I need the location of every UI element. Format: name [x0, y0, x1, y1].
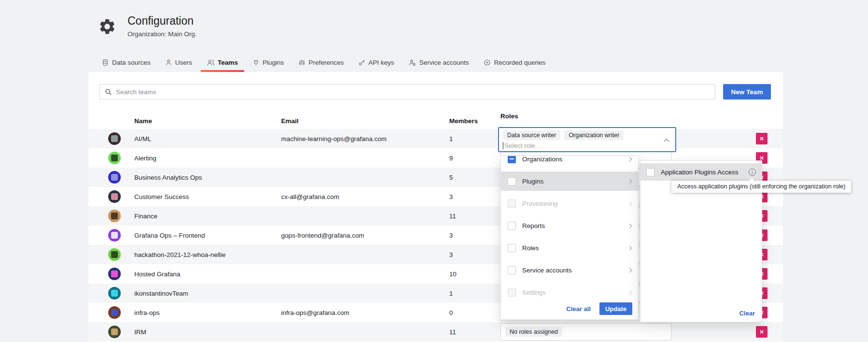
checkbox-icon[interactable]	[508, 156, 516, 163]
chevron-up-icon[interactable]	[664, 139, 669, 144]
role-search-placeholder[interactable]: Select role	[504, 142, 535, 149]
clear-link[interactable]: Clear	[739, 310, 755, 317]
search-input[interactable]	[116, 88, 710, 96]
chevron-right-icon	[627, 157, 632, 161]
new-team-button[interactable]: New Team	[723, 84, 771, 100]
update-button[interactable]: Update	[599, 302, 632, 315]
team-name[interactable]: infra-ops	[134, 309, 281, 316]
team-members-count: 5	[449, 174, 500, 181]
role-submenu-item[interactable]: Application Plugins Access i	[640, 163, 762, 181]
role-label: Application Plugins Access	[661, 169, 739, 176]
tab-api-keys[interactable]: API keys	[351, 54, 401, 71]
clear-all-link[interactable]: Clear all	[566, 305, 591, 313]
role-tag[interactable]: Data source writer	[503, 130, 560, 140]
team-email: infra-ops@grafana.com	[281, 309, 449, 316]
column-roles: Roles	[500, 113, 783, 129]
tab-recorded-queries[interactable]: Recorded queries	[476, 54, 553, 71]
team-avatar	[108, 248, 121, 261]
team-members-count: 1	[449, 135, 500, 142]
tab-preferences[interactable]: Preferences	[291, 54, 351, 71]
table-row-irm: IRM 11 No roles assigned ✕	[88, 322, 783, 342]
checkbox-icon[interactable]	[508, 177, 516, 185]
role-group-organizations[interactable]: Organizations	[501, 156, 638, 169]
chevron-right-icon	[627, 201, 632, 206]
team-members-count: 9	[449, 155, 500, 162]
delete-team-button[interactable]: ✕	[756, 133, 768, 144]
role-picker-select[interactable]: No roles assigned	[500, 323, 671, 341]
team-avatar	[108, 287, 121, 299]
team-name[interactable]: hackathon-2021-12-whoa-nellie	[134, 251, 281, 258]
role-group-list: Organizations Plugins Provisioning Repor…	[501, 156, 638, 302]
team-email: gops-frontend@grafana.com	[281, 232, 449, 239]
team-name[interactable]: ikonstantinovTeam	[134, 290, 281, 297]
users-icon	[207, 59, 214, 66]
team-name[interactable]: Hosted Grafana	[134, 271, 281, 278]
chevron-right-icon	[627, 223, 632, 228]
sliders-icon	[299, 59, 305, 66]
gear-icon	[98, 17, 116, 38]
datasource-icon	[102, 59, 109, 66]
key-icon	[358, 59, 365, 66]
team-name[interactable]: Grafana Ops – Frontend	[134, 232, 281, 239]
team-name[interactable]: AI/ML	[134, 135, 281, 142]
page-subtitle: Organization: Main Org.	[128, 30, 197, 38]
team-members-count: 11	[449, 328, 500, 336]
team-name[interactable]: Alerting	[134, 155, 281, 162]
role-group-service-accounts[interactable]: Service accounts	[501, 260, 638, 280]
team-avatar	[108, 268, 121, 280]
role-group-settings[interactable]: Settings	[501, 283, 638, 302]
team-avatar	[108, 326, 121, 338]
info-icon[interactable]: i	[749, 169, 756, 176]
text-caret	[503, 142, 503, 149]
checkbox-icon[interactable]	[508, 266, 516, 274]
team-email: cx-all@grafana.com	[281, 193, 449, 200]
search-box[interactable]	[100, 84, 715, 100]
delete-team-button[interactable]: ✕	[756, 326, 768, 338]
config-tabs: Data sources Users Teams Plugins Prefere…	[95, 54, 553, 71]
team-avatar	[108, 306, 121, 319]
team-members-count: 3	[449, 232, 500, 239]
team-avatar	[108, 229, 121, 242]
chevron-right-icon	[627, 245, 632, 250]
tab-service-accounts[interactable]: Service accounts	[401, 54, 476, 71]
plug-icon	[253, 59, 259, 66]
close-icon: ✕	[759, 136, 764, 142]
tab-data-sources[interactable]: Data sources	[95, 54, 158, 71]
role-group-provisioning[interactable]: Provisioning	[501, 194, 638, 213]
team-members-count: 3	[449, 251, 500, 258]
team-avatar	[108, 210, 121, 222]
checkbox-icon[interactable]	[646, 168, 655, 176]
team-members-count: 11	[449, 213, 500, 220]
role-group-plugins[interactable]: Plugins	[501, 171, 638, 191]
team-avatar	[108, 132, 121, 145]
tab-teams[interactable]: Teams	[199, 54, 245, 71]
team-members-count: 1	[449, 290, 500, 297]
checkbox-icon[interactable]	[508, 288, 516, 297]
column-members: Members	[449, 117, 500, 125]
team-name[interactable]: IRM	[134, 328, 281, 336]
team-email: machine-learning-ops@grafana.com	[281, 135, 449, 142]
team-name[interactable]: Customer Success	[134, 193, 281, 200]
team-members-count: 0	[449, 309, 500, 316]
tab-users[interactable]: Users	[158, 54, 199, 71]
checkbox-icon[interactable]	[508, 200, 516, 208]
role-dropdown-menu: Organizations Plugins Provisioning Repor…	[500, 156, 639, 320]
tab-plugins[interactable]: Plugins	[245, 54, 291, 71]
team-avatar	[108, 190, 121, 203]
team-avatar	[108, 152, 121, 164]
role-tag[interactable]: Organization writer	[564, 130, 624, 140]
teams-toolbar: New Team	[100, 84, 771, 100]
close-icon: ✕	[759, 329, 764, 335]
team-members-count: 3	[449, 193, 500, 200]
role-group-reports[interactable]: Reports	[501, 216, 638, 235]
role-group-roles[interactable]: Roles	[501, 238, 638, 257]
team-name[interactable]: Finance	[134, 213, 281, 220]
page-header: Configuration Organization: Main Org.	[98, 14, 197, 38]
checkbox-icon[interactable]	[508, 244, 516, 252]
team-name[interactable]: Business Analytics Ops	[134, 174, 281, 181]
user-icon	[165, 59, 172, 66]
service-account-icon	[409, 59, 416, 66]
checkbox-icon[interactable]	[508, 222, 516, 230]
page-title: Configuration	[128, 14, 197, 28]
role-picker-focused[interactable]: Data source writer Organization writer S…	[498, 127, 676, 152]
